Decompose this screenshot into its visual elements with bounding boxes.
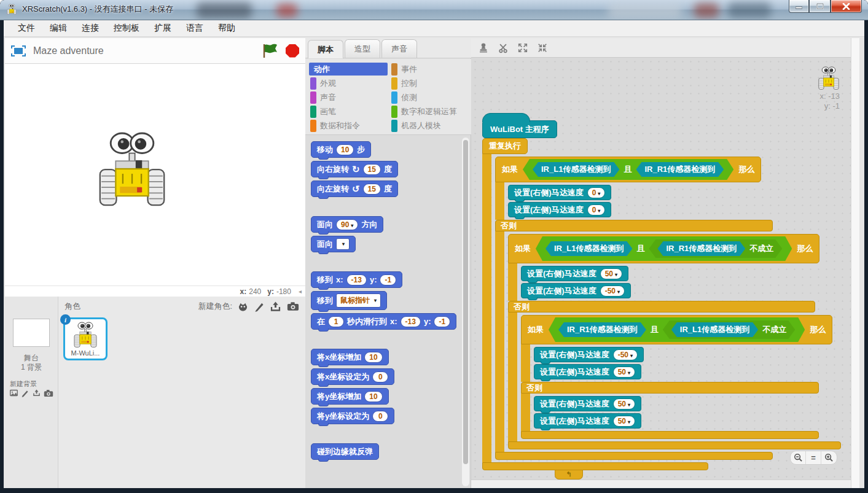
tab-sounds[interactable]: 声音: [381, 39, 417, 58]
and-operator-block[interactable]: IR_L1传感器检测到 且 IR_R1传感器检测到 不成立: [536, 236, 792, 261]
category-motion[interactable]: 动作: [309, 63, 388, 76]
sensor-ir-l1-block[interactable]: IR_L1传感器检测到: [671, 322, 758, 337]
block-point-towards[interactable]: 面向 ▾: [311, 236, 356, 252]
set-right-motor-speed-block[interactable]: 设置(右侧)马达速度 50▾: [534, 396, 641, 411]
block-move-steps[interactable]: 移动 10 步: [311, 141, 371, 158]
close-button[interactable]: [831, 0, 862, 13]
block-point-direction[interactable]: 面向 90▾ 方向: [311, 216, 383, 233]
set-left-motor-speed-block[interactable]: 设置(左侧)马达速度 50▾: [534, 364, 641, 379]
block-turn-left[interactable]: 向左旋转 ↺ 15 度: [311, 181, 398, 197]
and-operator-block[interactable]: IR_R1传感器检测到 且 IR_L1传感器检测到 不成立: [549, 317, 805, 342]
forever-loop-header[interactable]: 重复执行: [482, 138, 528, 154]
category-robot[interactable]: 机器人模块: [390, 119, 469, 132]
block-change-y[interactable]: 将y坐标增加 10: [311, 388, 389, 405]
script-vertical-scrollbar[interactable]: [851, 38, 859, 488]
block-set-y[interactable]: 将y坐标设定为 0: [311, 408, 394, 424]
block-bounce-on-edge[interactable]: 碰到边缘就反弹: [311, 443, 379, 460]
menu-extensions[interactable]: 扩展: [147, 21, 178, 36]
set-left-motor-speed-block[interactable]: 设置(左侧)马达速度 50▾: [534, 413, 641, 429]
sensor-ir-l1-block[interactable]: IR_L1传感器检测到: [545, 241, 632, 256]
block-set-x[interactable]: 将x坐标设定为 0: [311, 368, 394, 385]
set-left-motor-speed-block[interactable]: 设置(左侧)马达速度 0▾: [508, 202, 611, 217]
category-operators[interactable]: 数字和逻辑运算: [390, 105, 469, 118]
project-title[interactable]: Maze adventure: [33, 45, 255, 56]
green-flag-button[interactable]: [262, 44, 278, 58]
tab-scripts[interactable]: 脚本: [308, 40, 343, 58]
not-operator-block[interactable]: IR_R1传感器检测到 不成立: [649, 239, 782, 258]
if-block-3-header[interactable]: 如果 IR_R1传感器检测到 且 IR_L1传感器检测到 不成立: [521, 315, 832, 344]
else-bar-3[interactable]: 否则: [521, 382, 819, 394]
if-block-2-foot[interactable]: [508, 441, 841, 449]
stamp-duplicate-icon[interactable]: [477, 42, 490, 54]
if-else-block-2[interactable]: 如果 IR_L1传感器检测到 且 IR_R1传感器检测到 不成立: [508, 234, 841, 449]
block-turn-right[interactable]: 向右旋转 ↻ 15 度: [311, 161, 398, 177]
set-right-motor-speed-block[interactable]: 设置(右侧)马达速度 0▾: [508, 185, 611, 200]
maximize-button[interactable]: [809, 0, 831, 13]
sensor-ir-l1-block[interactable]: IR_L1传感器检测到: [533, 162, 619, 177]
if-else-block-1[interactable]: 如果 IR_L1传感器检测到 且 IR_R1传感器检测到 那么 设置(右侧)马达…: [495, 157, 841, 460]
sensor-ir-r1-block[interactable]: IR_R1传感器检测到: [558, 322, 646, 337]
set-right-motor-speed-block[interactable]: 设置(右侧)马达速度 50▾: [521, 266, 628, 281]
sensor-ir-r1-block[interactable]: IR_R1传感器检测到: [636, 162, 724, 177]
backdrop-from-library-icon[interactable]: [9, 389, 18, 397]
coord-collapse-icon[interactable]: ◂: [297, 288, 303, 295]
paint-new-sprite-icon[interactable]: [254, 301, 264, 312]
menu-edit[interactable]: 编辑: [43, 21, 74, 36]
if-block-2-header[interactable]: 如果 IR_L1传感器检测到 且 IR_R1传感器检测到 不成立: [508, 234, 819, 263]
stage-thumbnail[interactable]: [13, 319, 50, 347]
menu-connect[interactable]: 连接: [75, 21, 106, 36]
block-goto-xy[interactable]: 移到 x: -13 y: -1: [311, 271, 402, 288]
block-glide[interactable]: 在 1 秒内滑行到 x: -13 y: -1: [311, 313, 456, 330]
menu-file[interactable]: 文件: [11, 21, 42, 36]
paint-backdrop-icon[interactable]: [21, 389, 29, 397]
script-stack[interactable]: WuLiBot 主程序 重复执行 如果 IR_L1传感器检测到 且 IR_R1传…: [482, 112, 841, 479]
minimize-button[interactable]: [789, 0, 809, 13]
else-bar-1[interactable]: 否则: [495, 220, 773, 231]
if-block-1-foot[interactable]: [495, 452, 773, 460]
stage-canvas[interactable]: [5, 64, 305, 285]
stage-sprite-robot[interactable]: [96, 129, 168, 209]
category-data[interactable]: 数据和指令: [309, 119, 388, 132]
sprite-info-badge[interactable]: i: [60, 314, 71, 325]
script-canvas[interactable]: x: -13 y: -1 WuLiBot 主程序 重复执行 如果 IR_L1传感…: [471, 58, 851, 479]
if-block-3-foot[interactable]: [521, 431, 819, 439]
new-sprite-from-library-icon[interactable]: [237, 301, 249, 312]
upload-backdrop-icon[interactable]: [32, 389, 41, 397]
if-else-block-3[interactable]: 如果 IR_R1传感器检测到 且 IR_L1传感器检测到 不成立: [521, 315, 832, 439]
forever-loop-foot[interactable]: [482, 462, 708, 470]
category-looks[interactable]: 外观: [309, 77, 388, 90]
category-sensing[interactable]: 侦测: [390, 91, 469, 104]
category-pen[interactable]: 画笔: [309, 105, 388, 118]
menu-help[interactable]: 帮助: [211, 21, 242, 36]
shrink-sprite-icon[interactable]: [536, 42, 549, 54]
camera-backdrop-icon[interactable]: [44, 389, 53, 397]
grow-sprite-icon[interactable]: [517, 42, 529, 54]
zoom-in-button[interactable]: [821, 451, 837, 464]
not-operator-block[interactable]: IR_L1传感器检测到 不成立: [663, 320, 795, 339]
fullscreen-icon[interactable]: [11, 45, 26, 56]
upload-sprite-icon[interactable]: [270, 301, 281, 312]
category-control[interactable]: 控制: [390, 77, 469, 90]
tab-costumes[interactable]: 造型: [345, 39, 380, 58]
camera-sprite-icon[interactable]: [287, 301, 299, 311]
menu-board[interactable]: 控制板: [107, 21, 146, 36]
else-bar-2[interactable]: 否则: [508, 301, 815, 312]
stop-button[interactable]: [286, 44, 299, 58]
scissors-delete-icon[interactable]: [497, 42, 509, 54]
sensor-ir-r1-block[interactable]: IR_R1传感器检测到: [657, 241, 745, 256]
script-horizontal-scrollbar[interactable]: [471, 479, 851, 488]
block-goto-mouse[interactable]: 移到 鼠标指针▾: [311, 291, 387, 310]
set-left-motor-speed-block[interactable]: 设置(左侧)马达速度 -50▾: [521, 283, 631, 298]
forever-loop-block[interactable]: 重复执行 如果 IR_L1传感器检测到 且 IR_R1传感器检测到 那么: [482, 138, 841, 479]
hat-block-wulibot-main[interactable]: WuLiBot 主程序: [482, 120, 557, 138]
zoom-out-button[interactable]: [791, 451, 806, 464]
palette-scrollbar[interactable]: [462, 138, 469, 486]
zoom-reset-button[interactable]: =: [806, 451, 821, 464]
category-sound[interactable]: 声音: [309, 91, 388, 104]
category-events[interactable]: 事件: [390, 63, 469, 76]
palette-scrollbar-thumb[interactable]: [463, 140, 468, 464]
block-change-x[interactable]: 将x坐标增加 10: [311, 349, 389, 365]
and-operator-block[interactable]: IR_L1传感器检测到 且 IR_R1传感器检测到: [523, 159, 733, 180]
if-block-1-header[interactable]: 如果 IR_L1传感器检测到 且 IR_R1传感器检测到 那么: [495, 157, 761, 182]
sprite-thumbnail-selected[interactable]: i M-WuLi...: [63, 317, 108, 360]
